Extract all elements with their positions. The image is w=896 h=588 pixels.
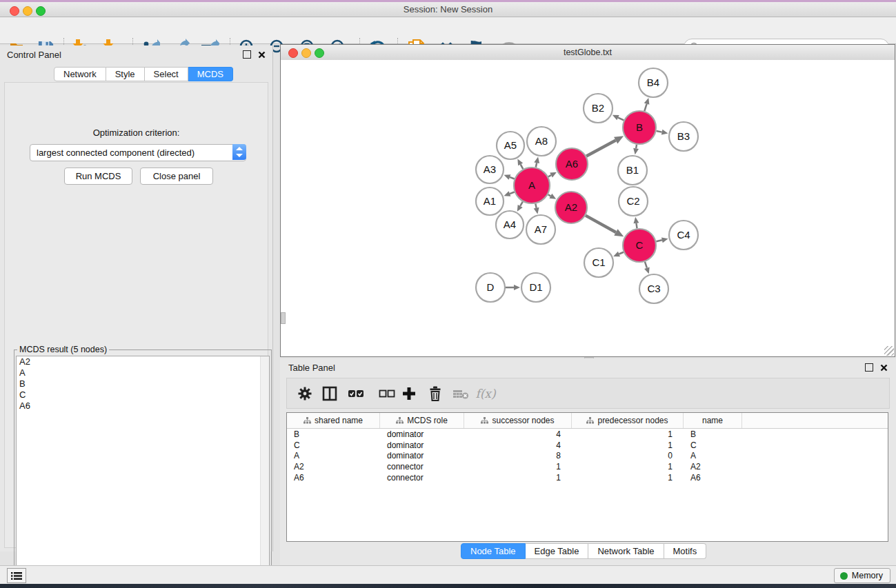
- table-cell[interactable]: C: [684, 440, 742, 450]
- graph-edge-A-A8[interactable]: [536, 163, 537, 167]
- graph-node-A[interactable]: A: [514, 168, 550, 203]
- table-cell[interactable]: A: [287, 451, 380, 460]
- graph-edge-A6-B[interactable]: [586, 141, 616, 156]
- table-cell[interactable]: A2: [684, 462, 742, 472]
- table-cell[interactable]: 1: [572, 429, 684, 439]
- graph-node-D1[interactable]: D1: [521, 273, 550, 302]
- table-cell[interactable]: B: [684, 429, 742, 439]
- table-cell[interactable]: dominator: [380, 429, 464, 439]
- graph-node-C1[interactable]: C1: [584, 248, 613, 277]
- float-panel-icon[interactable]: [243, 50, 251, 59]
- mcds-result-item[interactable]: A: [17, 367, 269, 378]
- graph-node-B2[interactable]: B2: [584, 94, 613, 123]
- tab-select[interactable]: Select: [145, 67, 188, 81]
- table-cell[interactable]: 0: [572, 451, 684, 460]
- graph-edge-C-C3[interactable]: [645, 262, 647, 268]
- table-options-button[interactable]: [297, 385, 313, 402]
- delete-column-button[interactable]: [427, 385, 444, 402]
- optimization-criterion-select[interactable]: largest connected component (directed): [30, 144, 246, 161]
- node-table[interactable]: shared name MCDS role successor nodes: [286, 412, 888, 542]
- mcds-result-item[interactable]: C: [17, 389, 269, 401]
- tab-mcds[interactable]: MCDS: [188, 67, 233, 81]
- graph-edge-A-A1[interactable]: [510, 192, 515, 194]
- graph-node-A4[interactable]: A4: [496, 211, 524, 239]
- graph-edge-C-C2[interactable]: [636, 223, 637, 229]
- table-row[interactable]: Cdominator41C: [287, 440, 888, 451]
- mcds-result-item[interactable]: A2: [17, 356, 269, 367]
- graph-node-C2[interactable]: C2: [619, 187, 648, 216]
- tab-edge-table[interactable]: Edge Table: [526, 543, 589, 559]
- network-canvas[interactable]: B4B2BB3A5A8A6A3B1AA1C2A2A4A7C4CC1C3DD1: [281, 60, 895, 356]
- tab-network[interactable]: Network: [54, 67, 106, 81]
- mcds-result-list[interactable]: A2ABCA6: [16, 356, 270, 579]
- unselect-all-button[interactable]: [379, 385, 395, 402]
- tab-motifs[interactable]: Motifs: [664, 543, 707, 559]
- table-row[interactable]: Adominator80A: [287, 451, 888, 462]
- network-window-titlebar[interactable]: testGlobe.txt: [281, 45, 895, 61]
- graph-node-D[interactable]: D: [476, 273, 505, 302]
- table-cell[interactable]: A6: [287, 473, 380, 483]
- table-cell[interactable]: 4: [464, 440, 572, 450]
- table-cell[interactable]: B: [287, 429, 380, 439]
- column-header-shared-name[interactable]: shared name: [287, 413, 380, 428]
- tab-node-table[interactable]: Node Table: [461, 543, 526, 559]
- mcds-result-item[interactable]: A6: [17, 401, 269, 412]
- table-cell[interactable]: 4: [464, 429, 572, 439]
- column-header-name[interactable]: name: [684, 413, 742, 428]
- network-graph[interactable]: B4B2BB3A5A8A6A3B1AA1C2A2A4A7C4CC1C3DD1: [281, 60, 895, 356]
- graph-edge-A2-C[interactable]: [586, 216, 616, 232]
- run-mcds-button[interactable]: Run MCDS: [64, 168, 132, 185]
- function-builder-button[interactable]: f(x): [477, 385, 494, 402]
- add-column-button[interactable]: [401, 385, 417, 402]
- select-stepper-icon[interactable]: [232, 144, 246, 160]
- graph-node-A7[interactable]: A7: [526, 215, 555, 244]
- close-panel-button[interactable]: Close panel: [140, 168, 213, 185]
- show-column-button[interactable]: [321, 385, 338, 402]
- select-all-button[interactable]: [348, 385, 364, 402]
- graph-edge-A-A6[interactable]: [548, 175, 551, 176]
- window-resize-grip[interactable]: [884, 346, 894, 356]
- table-cell[interactable]: 1: [572, 440, 684, 450]
- graph-edge-A-A2[interactable]: [548, 194, 551, 196]
- column-header-successor-nodes[interactable]: successor nodes: [464, 413, 572, 428]
- graph-node-C3[interactable]: C3: [639, 274, 668, 303]
- graph-edge-C-C1[interactable]: [619, 252, 624, 254]
- graph-node-A8[interactable]: A8: [527, 127, 556, 156]
- table-cell[interactable]: dominator: [380, 451, 464, 460]
- delete-table-button[interactable]: [452, 385, 469, 402]
- graph-edge-B-B2[interactable]: [618, 118, 624, 121]
- float-table-panel-icon[interactable]: [865, 363, 873, 372]
- graph-node-B4[interactable]: B4: [639, 68, 668, 97]
- column-header-predecessor-nodes[interactable]: predecessor nodes: [572, 413, 684, 428]
- table-row[interactable]: Bdominator41B: [287, 429, 888, 440]
- table-cell[interactable]: 1: [464, 462, 572, 472]
- table-row[interactable]: A6connector11A6: [287, 472, 888, 483]
- graph-edge-C-C4[interactable]: [656, 240, 662, 241]
- graph-node-A5[interactable]: A5: [497, 132, 524, 159]
- graph-edge-A-A4[interactable]: [520, 202, 523, 206]
- table-cell[interactable]: A: [684, 451, 742, 460]
- mcds-result-scrollbar[interactable]: [260, 356, 269, 578]
- tab-network-table[interactable]: Network Table: [588, 543, 664, 559]
- graph-node-B3[interactable]: B3: [669, 122, 698, 151]
- graph-edge-A-A7[interactable]: [535, 203, 536, 207]
- tab-style[interactable]: Style: [106, 67, 145, 81]
- table-cell[interactable]: A2: [287, 462, 380, 472]
- table-row[interactable]: A2connector11A2: [287, 461, 888, 472]
- close-panel-icon[interactable]: [258, 51, 266, 59]
- table-cell[interactable]: connector: [380, 462, 464, 472]
- graph-edge-B-B1[interactable]: [636, 145, 637, 149]
- graph-edge-B-B3[interactable]: [656, 131, 661, 132]
- graph-edge-B-B4[interactable]: [644, 104, 646, 112]
- table-cell[interactable]: A6: [684, 473, 742, 483]
- table-cell[interactable]: C: [287, 440, 380, 450]
- graph-node-A6[interactable]: A6: [556, 148, 588, 180]
- close-table-panel-icon[interactable]: [880, 364, 888, 372]
- column-header-mcds-role[interactable]: MCDS role: [380, 413, 464, 428]
- graph-node-C[interactable]: C: [623, 229, 656, 262]
- table-cell[interactable]: 1: [572, 473, 684, 483]
- graph-node-B1[interactable]: B1: [618, 156, 647, 185]
- graph-node-C4[interactable]: C4: [669, 221, 698, 250]
- mcds-result-item[interactable]: B: [17, 378, 269, 389]
- table-cell[interactable]: 1: [464, 473, 572, 483]
